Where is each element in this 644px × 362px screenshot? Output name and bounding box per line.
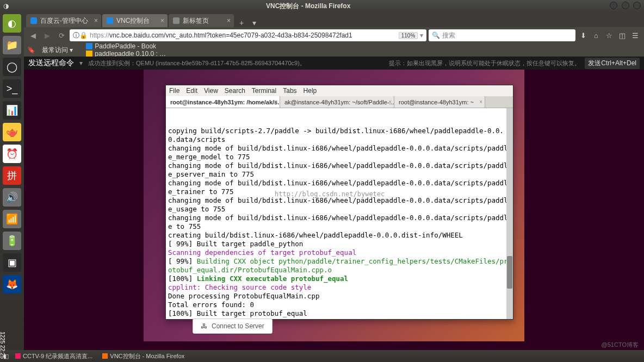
bookmarks-button-icon[interactable]: 🔖 [27, 46, 35, 54]
tab-label: 百度云-管理中心 [40, 16, 88, 26]
taskbar-item[interactable]: VNC控制台 - Mozilla Firefox [99, 352, 188, 360]
home-button[interactable]: ⌂ [591, 30, 602, 41]
bookmark-item[interactable]: PaddlePaddle - Book [86, 42, 166, 50]
downloads-button[interactable]: ⬇ [578, 30, 589, 41]
forward-button[interactable]: ▶ [41, 29, 53, 41]
scrollbar[interactable] [506, 108, 513, 319]
terminal-menubar: FileEditViewSearchTerminalTabsHelp [166, 85, 513, 96]
minimize-button[interactable] [610, 2, 617, 9]
search-placeholder: 搜索 [442, 31, 455, 40]
most-visited[interactable]: 最常访问 ▾ [42, 46, 73, 55]
files-icon[interactable]: 📁 [3, 36, 21, 54]
url-scheme: https:// [90, 32, 109, 39]
firefox-tab-strip: 百度云-管理中心×VNC控制台×新标签页×+▾ [24, 12, 644, 27]
sound-icon[interactable]: 🔊 [3, 188, 21, 207]
menu-view[interactable]: View [204, 87, 218, 95]
send-command-label[interactable]: 发送远程命令 [28, 58, 74, 68]
terminal-line: [ 99%] Building CXX object python/paddle… [168, 257, 511, 274]
info-icon[interactable]: ⓘ [73, 31, 79, 40]
terminal-line: cpplint: Checking source code style [168, 283, 511, 292]
tab-close-icon[interactable]: × [94, 17, 98, 24]
terminal-tab-close-icon[interactable]: × [274, 99, 277, 105]
pocket-button[interactable]: ◫ [617, 30, 628, 41]
terminal-line: copying build/scripts-2.7/paddle -> buil… [168, 127, 511, 144]
menu-terminal[interactable]: Terminal [252, 87, 276, 95]
tab-label: 新标签页 [183, 16, 209, 26]
terminal-tab-label: root@instance-48yh31ym: ~ [399, 99, 474, 105]
terminal-line: changing mode of build/bdist.linux-i686/… [168, 214, 511, 231]
battery-icon[interactable]: 🔋 [3, 232, 21, 250]
terminal-line: [100%] Built target protobuf_equal [168, 309, 511, 318]
dropdown-icon[interactable]: ▾ [420, 32, 423, 39]
terminal-tab-close-icon[interactable]: × [388, 99, 392, 105]
tab-close-icon[interactable]: × [227, 17, 231, 24]
menu-help[interactable]: Help [304, 87, 317, 95]
url-bar[interactable]: ⓘ 🔒 https:// vnc.bce.baidu.com/vnc_auto.… [70, 29, 426, 41]
clock-overlay: 1225 22:25 [0, 332, 5, 359]
alarm-icon[interactable]: ⏰ [3, 145, 21, 163]
terminal-tab[interactable]: root@instance-48yh31ym: ~× [394, 96, 485, 108]
kettle-icon[interactable]: 🫖 [3, 123, 21, 141]
terminal-line: creating build/bdist.linux-i686/wheel/pa… [168, 231, 511, 240]
send-cad-button[interactable]: 发送Ctrl+Alt+Del [585, 58, 640, 69]
reload-button[interactable]: ⟳ [55, 29, 67, 41]
vnc-control-bar: 发送远程命令 ▾ 成功连接到实例：QEMU (instance-b9e59b79… [24, 57, 644, 70]
taskbar: ◧ CCTV-9 纪录频道高清直...VNC控制台 - Mozilla Fire… [0, 350, 644, 362]
browser-tab[interactable]: 百度云-管理中心× [26, 14, 101, 27]
url-text: vnc.bce.baidu.com/vnc_auto.html?token=45… [109, 32, 352, 39]
hint-text: 提示：如果出现黑屏，说明系统可能处于休眠状态，按任意键可以恢复。 [389, 59, 580, 67]
server-icon: 🖧 [201, 322, 207, 330]
firefox-toolbar: ◀ ▶ ⟳ ⓘ 🔒 https:// vnc.bce.baidu.com/vnc… [24, 27, 644, 43]
zoom-badge[interactable]: 110% [399, 32, 418, 39]
maximize-button[interactable] [622, 2, 629, 9]
dash-icon[interactable]: ◐ [3, 14, 21, 33]
terminal-tab-label: ak@instance-48yh31ym: ~/soft/Paddle-... [284, 99, 394, 105]
browser-tab[interactable]: 新标签页× [169, 14, 234, 27]
menu-edit[interactable]: Edit [186, 87, 197, 95]
terminal-icon[interactable]: >_ [3, 79, 21, 98]
lock-icon: 🔒 [79, 32, 88, 39]
monitor-icon[interactable]: 📊 [3, 101, 21, 120]
close-button[interactable] [633, 2, 641, 9]
connect-to-server-button[interactable]: 🖧 Connect to Server [193, 319, 273, 334]
new-tab-button[interactable]: + [235, 18, 248, 27]
tabs-dropdown-button[interactable]: ▾ [248, 18, 261, 27]
menu-file[interactable]: File [169, 87, 179, 95]
tab-close-icon[interactable]: × [160, 17, 164, 24]
back-button[interactable]: ◀ [27, 29, 39, 41]
window-title: VNC控制台 - Mozilla Firefox [9, 2, 608, 11]
tab-label: VNC控制台 [116, 16, 150, 26]
terminal-tab-strip: root@instance-48yh31ym: /home/ak/s...×ak… [166, 96, 513, 108]
eclipse-icon[interactable]: ◯ [3, 58, 21, 76]
terminal-line: changing mode of build/bdist.linux-i686/… [168, 196, 511, 214]
stats-icon[interactable]: 📶 [3, 210, 21, 228]
bookmarks-toolbar: 🔖 最常访问 ▾ PaddlePaddle - Bookpaddlepaddle… [24, 43, 644, 57]
window-titlebar: ◑ VNC控制台 - Mozilla Firefox [0, 0, 644, 12]
terminal-line: Scanning dependencies of target protobuf… [168, 248, 511, 257]
terminal-output[interactable]: copying build/scripts-2.7/paddle -> buil… [166, 108, 513, 319]
chevron-icon: ▾ [79, 59, 83, 67]
favicon [107, 17, 113, 24]
taskbar-icon [15, 353, 21, 359]
terminal-tab[interactable]: ak@instance-48yh31ym: ~/soft/Paddle-...× [280, 96, 394, 108]
watermark: @51CTO博客 [602, 341, 639, 349]
terminal-tab-label: root@instance-48yh31ym: /home/ak/s... [170, 99, 280, 105]
terminal-tab[interactable]: root@instance-48yh31ym: /home/ak/s...× [166, 96, 280, 108]
menu-search[interactable]: Search [225, 87, 245, 95]
activities-icon[interactable]: ◑ [3, 2, 9, 10]
vnc-viewport[interactable]: FileEditViewSearchTerminalTabsHelp root@… [24, 70, 644, 350]
connection-status: 成功连接到实例：QEMU (instance-b9e59b79-d117-47b… [88, 59, 389, 67]
menu-button[interactable]: ☰ [630, 30, 641, 41]
search-bar[interactable]: 🔍 搜索 [429, 29, 575, 41]
taskbar-item[interactable]: CCTV-9 纪录频道高清直... [12, 352, 96, 360]
terminal-line: changing mode of build/bdist.linux-i686/… [168, 161, 511, 179]
app-icon[interactable]: ▣ [3, 253, 21, 272]
menu-tabs[interactable]: Tabs [283, 87, 296, 95]
pinyin-icon[interactable]: 拼 [3, 166, 21, 185]
firefox-icon[interactable]: 🦊 [3, 275, 21, 294]
bookmarks-button[interactable]: ☆ [604, 30, 615, 41]
scrollbar-thumb[interactable] [507, 256, 512, 289]
terminal-tab-close-icon[interactable]: × [479, 99, 482, 105]
browser-tab[interactable]: VNC控制台× [102, 14, 168, 27]
unity-launcher: ◐📁◯>_📊🫖⏰拼🔊📶🔋▣🦊 [0, 12, 24, 350]
